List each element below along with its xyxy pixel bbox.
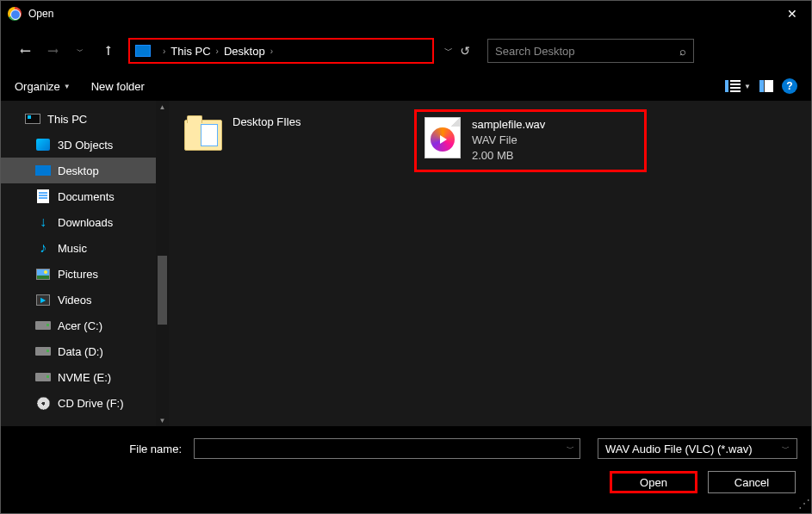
scroll-down-button[interactable]: ▼ <box>156 414 169 426</box>
file-name: samplefile.wav <box>472 117 545 133</box>
sidebar-item-music[interactable]: ♪Music <box>1 235 169 261</box>
preview-pane-button[interactable] <box>759 80 773 92</box>
back-button[interactable]: 🠔 <box>15 40 35 61</box>
filename-input[interactable]: ﹀ <box>194 438 580 459</box>
download-icon: ↓ <box>35 215 51 229</box>
chevron-down-icon: ﹀ <box>567 443 574 455</box>
file-type-filter[interactable]: WAV Audio File (VLC) (*.wav) ﹀ <box>598 438 797 459</box>
search-input[interactable]: Search Desktop ⌕ <box>487 39 694 63</box>
titlebar: Open ✕ <box>1 1 811 27</box>
chevron-right-icon: › <box>216 46 219 56</box>
chevron-right-icon: › <box>270 46 273 56</box>
address-dropdown[interactable]: ﹀ <box>444 45 453 57</box>
open-button[interactable]: Open <box>610 471 697 493</box>
search-placeholder: Search Desktop <box>495 45 575 58</box>
sidebar-item-downloads[interactable]: ↓Downloads <box>1 209 169 235</box>
sidebar-item-pictures[interactable]: Pictures <box>1 261 169 287</box>
wav-file-icon <box>425 117 461 158</box>
chevron-down-icon: ﹀ <box>782 443 790 455</box>
desktop-icon <box>35 165 51 176</box>
file-name: Desktop FIles <box>232 115 301 130</box>
music-icon: ♪ <box>35 241 51 255</box>
pc-icon <box>135 45 151 57</box>
help-button[interactable]: ? <box>782 78 797 94</box>
sidebar: ▲ ▼ This PC 3D Objects Desktop Documents… <box>1 101 169 426</box>
document-icon <box>37 189 49 203</box>
recent-dropdown[interactable]: ﹀ <box>70 40 90 61</box>
chrome-icon <box>8 7 22 21</box>
toolbar: Organize▼ New folder ▼ ? <box>1 71 811 101</box>
file-list[interactable]: Desktop FIles samplefile.wav WAV File 2.… <box>169 101 811 426</box>
play-icon <box>432 129 453 150</box>
chevron-right-icon: › <box>163 46 165 56</box>
search-icon: ⌕ <box>679 45 686 58</box>
drive-icon <box>35 373 51 381</box>
sidebar-item-videos[interactable]: ▶Videos <box>1 287 169 313</box>
picture-icon <box>36 269 50 280</box>
sidebar-item-data-d[interactable]: Data (D:) <box>1 338 169 364</box>
open-file-dialog: Open ✕ 🠔 🠖 ﹀ 🠕 › This PC› Desktop› ﹀ ↻ S… <box>0 0 812 514</box>
sidebar-item-desktop[interactable]: Desktop <box>1 158 169 183</box>
view-options-button[interactable]: ▼ <box>725 80 751 92</box>
filename-label: File name: <box>15 443 187 455</box>
folder-icon <box>184 120 222 151</box>
cancel-button[interactable]: Cancel <box>708 471 796 493</box>
sidebar-item-documents[interactable]: Documents <box>1 183 169 209</box>
video-icon: ▶ <box>36 294 50 306</box>
scrollbar-thumb[interactable] <box>158 256 167 325</box>
list-view-icon <box>725 80 741 92</box>
breadcrumb-desktop[interactable]: Desktop <box>224 45 265 58</box>
pc-icon <box>25 114 40 124</box>
footer: File name: ﹀ WAV Audio File (VLC) (*.wav… <box>1 426 811 507</box>
resize-handle[interactable]: ⋰ <box>798 500 809 511</box>
sidebar-item-acer-c[interactable]: Acer (C:) <box>1 313 169 338</box>
sidebar-item-3d-objects[interactable]: 3D Objects <box>1 132 169 158</box>
drive-icon <box>35 321 51 330</box>
cube-icon <box>36 139 50 151</box>
file-type: WAV File <box>472 133 545 148</box>
file-item-samplefile-wav[interactable]: samplefile.wav WAV File 2.00 MB <box>414 109 647 172</box>
forward-button[interactable]: 🠖 <box>42 40 63 61</box>
close-button[interactable]: ✕ <box>772 1 811 27</box>
drive-icon <box>35 347 51 356</box>
address-bar[interactable]: › This PC› Desktop› <box>128 38 434 64</box>
sidebar-item-nvme-e[interactable]: NVME (E:) <box>1 364 169 390</box>
up-button[interactable]: 🠕 <box>97 40 118 61</box>
nav-row: 🠔 🠖 ﹀ 🠕 › This PC› Desktop› ﹀ ↻ Search D… <box>1 34 811 68</box>
sidebar-item-cd-drive-f[interactable]: CD Drive (F:) <box>1 390 169 416</box>
file-item-folder[interactable]: Desktop FIles <box>177 109 406 161</box>
cd-icon <box>37 397 50 410</box>
window-title: Open <box>28 8 53 20</box>
scroll-up-button[interactable]: ▲ <box>156 101 169 113</box>
refresh-button[interactable]: ↻ <box>460 44 470 58</box>
breadcrumb-this-pc[interactable]: This PC <box>170 45 210 58</box>
new-folder-button[interactable]: New folder <box>91 80 145 93</box>
sidebar-item-this-pc[interactable]: This PC <box>1 106 169 132</box>
organize-button[interactable]: Organize▼ <box>15 80 71 93</box>
file-size: 2.00 MB <box>472 148 545 164</box>
